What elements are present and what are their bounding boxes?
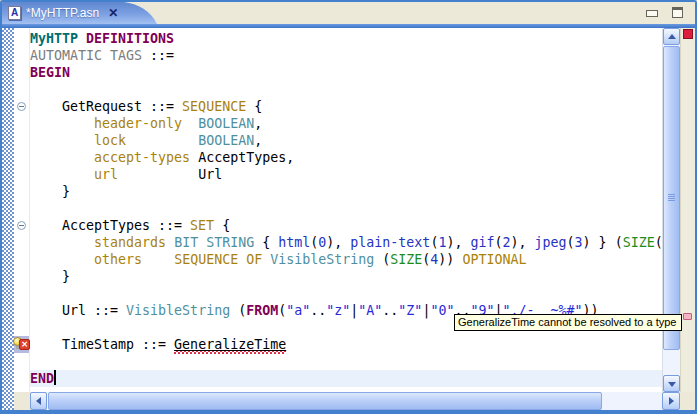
error-x-badge: ✕ [19, 339, 30, 350]
code-line: url Url [30, 166, 662, 183]
gutter-cell [14, 370, 29, 387]
code-line: AUTOMATIC TAGS ::= [30, 47, 662, 64]
tab-swoosh-decoration [124, 2, 166, 24]
horizontal-scroll-thumb[interactable] [48, 392, 602, 410]
code-line: } [30, 183, 662, 200]
arrow-up-icon [668, 34, 676, 39]
scroll-left-button[interactable] [30, 392, 47, 410]
scrollbar-corner-right [680, 392, 695, 410]
code-line: others SEQUENCE OF VisibleString (SIZE(4… [30, 251, 662, 268]
code-area[interactable]: MyHTTP DEFINITIONSAUTOMATIC TAGS ::=BEGI… [30, 28, 662, 392]
arrow-down-icon [668, 382, 676, 387]
overview-problem-marker[interactable] [683, 313, 692, 320]
vertical-scroll-thumb[interactable] [663, 46, 680, 350]
gutter-cell [14, 98, 29, 115]
code-line: header-only BOOLEAN, [30, 115, 662, 132]
gutter-cell [14, 268, 29, 285]
gutter-cell [14, 47, 29, 64]
editor-tab-bar: A *MyHTTP.asn ✕ [2, 2, 695, 24]
gutter-cell [14, 234, 29, 251]
code-line: accept-types AcceptTypes, [30, 149, 662, 166]
editor-window: A *MyHTTP.asn ✕ ✕ MyHTTP DEFINITIONSAUTO… [0, 0, 697, 414]
horizontal-scroll-track[interactable] [47, 392, 662, 410]
maximize-icon [672, 7, 683, 18]
gutter-cell [14, 251, 29, 268]
scroll-down-button[interactable] [663, 375, 680, 392]
fold-collapse-icon[interactable] [17, 102, 26, 111]
asn-file-icon: A [8, 6, 21, 20]
fold-collapse-icon[interactable] [17, 221, 26, 230]
code-line [30, 285, 662, 302]
error-quickfix-icon[interactable]: ✕ [13, 336, 30, 353]
code-line: lock BOOLEAN, [30, 132, 662, 149]
gutter-cell [14, 149, 29, 166]
gutter-cell [14, 115, 29, 132]
code-line: standards BIT STRING { html(0), plain-te… [30, 234, 662, 251]
view-controls [645, 7, 685, 19]
gutter-cell [14, 200, 29, 217]
scroll-right-button[interactable] [662, 392, 680, 410]
thumb-grip [668, 194, 675, 202]
minimize-button[interactable] [645, 7, 659, 19]
arrow-right-icon [669, 397, 674, 405]
code-line: TimeStamp ::= GeneralizeTime [30, 336, 662, 353]
tab-myhttp-asn[interactable]: A *MyHTTP.asn ✕ [2, 2, 124, 24]
scrollbar-corner [14, 392, 30, 410]
gutter-cell [14, 217, 29, 234]
scroll-up-button[interactable] [663, 28, 680, 45]
gutter-cell [14, 81, 29, 98]
arrow-left-icon [36, 397, 41, 405]
overview-error-indicator[interactable] [683, 29, 693, 39]
gutter-cell [14, 285, 29, 302]
overview-ruler[interactable] [680, 28, 695, 392]
minimize-icon [646, 10, 658, 17]
gutter-cell [14, 30, 29, 47]
text-caret [54, 370, 56, 385]
code-line: MyHTTP DEFINITIONS [30, 30, 662, 47]
gutter-cell [14, 183, 29, 200]
annotation-gutter: ✕ [14, 28, 30, 392]
code-line: } [30, 268, 662, 285]
maximize-button[interactable] [671, 7, 685, 19]
code-line [30, 200, 662, 217]
code-line: AcceptTypes ::= SET { [30, 217, 662, 234]
code-line [30, 81, 662, 98]
code-lines: MyHTTP DEFINITIONSAUTOMATIC TAGS ::=BEGI… [30, 30, 662, 387]
code-line: END [30, 370, 662, 387]
close-tab-icon[interactable]: ✕ [108, 7, 118, 19]
code-line: BEGIN [30, 64, 662, 81]
vertical-scrollbar[interactable] [662, 28, 680, 392]
horizontal-scrollbar[interactable] [14, 392, 695, 410]
gutter-cell [14, 132, 29, 149]
tab-title: *MyHTTP.asn [26, 6, 99, 20]
gutter-cell [14, 353, 29, 370]
gutter-cell [14, 166, 29, 183]
gutter-cell [14, 319, 29, 336]
code-line [30, 353, 662, 370]
gutter-cell [14, 302, 29, 319]
editor-area: ✕ MyHTTP DEFINITIONSAUTOMATIC TAGS ::=BE… [2, 28, 695, 410]
gutter-cell [14, 64, 29, 81]
error-tooltip: GeneralizeTime cannot be resolved to a t… [454, 314, 682, 331]
code-line: GetRequest ::= SEQUENCE { [30, 98, 662, 115]
gutter-cell: ✕ [14, 336, 29, 353]
